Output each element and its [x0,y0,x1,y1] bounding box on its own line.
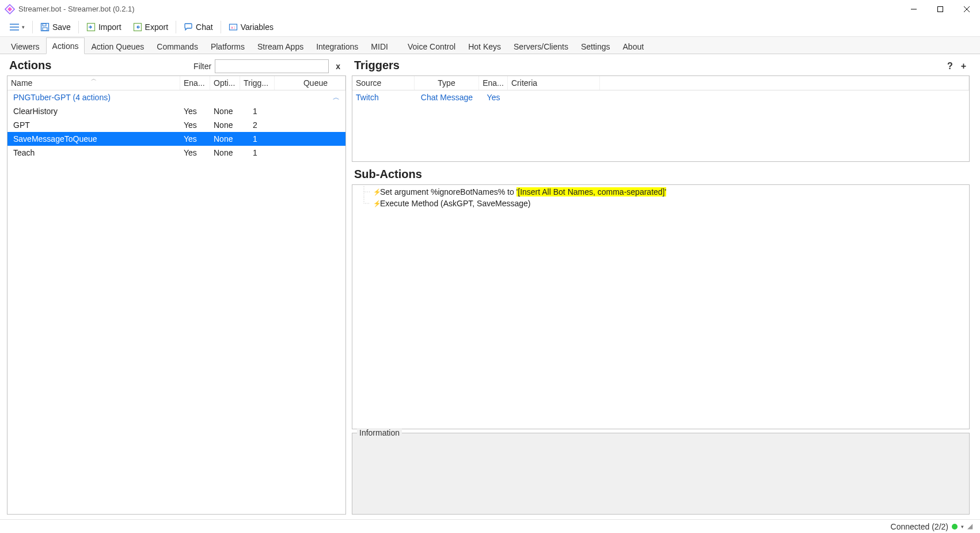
import-button[interactable]: Import [81,20,127,34]
toolbar-separator [32,21,33,33]
triggers-header: Triggers ? + [352,56,970,75]
save-label: Save [52,22,71,32]
menu-icon [10,22,19,32]
svg-marker-1 [7,7,12,12]
col-options[interactable]: Opti... [210,76,240,90]
variables-label: Variables [241,22,274,32]
col-name[interactable]: ︿Name [7,76,180,90]
save-button[interactable]: Save [35,20,76,34]
chat-icon [184,22,193,32]
triggers-listview[interactable]: Source Type Ena... Criteria TwitchChat M… [352,75,970,162]
status-indicator-icon [952,524,958,530]
app-window: Streamer.bot - Streamer.bot (0.2.1) ▾ [0,0,980,533]
variables-icon: x: [229,22,238,32]
bolt-icon: ⚡ [373,186,379,198]
col-type[interactable]: Type [415,76,479,90]
svg-text:x:: x: [231,25,235,30]
app-icon [5,4,15,14]
status-bar: Connected (2/2) ▾ ◢ [0,519,980,533]
tree-connector-icon [356,186,372,198]
subaction-text: Set argument %ignoreBotNames% to '[Inser… [380,186,666,198]
close-button[interactable] [954,0,980,18]
main-tabs: ViewersActionsAction QueuesCommandsPlatf… [0,37,980,54]
col-queue[interactable]: Queue [275,76,345,90]
titlebar: Streamer.bot - Streamer.bot (0.2.1) [0,0,980,18]
actions-group[interactable]: PNGTuber-GPT (4 actions) ︿ [7,90,345,104]
actions-header: Actions Filter x [7,56,346,75]
variables-button[interactable]: x: Variables [223,20,279,34]
tab-voice-control[interactable]: Voice Control [401,38,462,54]
toolbar: ▾ Save Import Export Chat [0,18,980,37]
action-row[interactable]: TeachYesNone1 [7,146,345,160]
help-button[interactable]: ? [947,61,953,71]
collapse-icon[interactable]: ︿ [333,93,340,103]
actions-filter: Filter x [193,59,346,73]
save-icon [40,22,50,32]
svg-rect-3 [938,6,943,12]
subactions-title: Sub-Actions [352,162,970,184]
col-triggers[interactable]: Trigg... [240,76,275,90]
sort-asc-icon: ︿ [91,76,97,83]
maximize-button[interactable] [927,0,954,18]
tree-connector-icon [356,198,372,209]
chat-button[interactable]: Chat [178,20,218,34]
tab-settings[interactable]: Settings [575,38,617,54]
tab-platforms[interactable]: Platforms [204,38,251,54]
svg-rect-11 [43,28,47,31]
actions-columns-header[interactable]: ︿Name Ena... Opti... Trigg... Queue [7,76,345,90]
tab-actions[interactable]: Actions [46,37,85,54]
tab-servers-clients[interactable]: Servers/Clients [507,38,575,54]
information-label: Information [357,428,402,437]
tab-integrations[interactable]: Integrations [310,38,364,54]
triggers-header-controls: ? + [947,61,970,71]
add-trigger-button[interactable]: + [961,61,966,71]
triggers-title: Triggers [352,56,402,75]
tab-hot-keys[interactable]: Hot Keys [462,38,507,54]
action-row[interactable]: SaveMessageToQueueYesNone1 [7,132,345,146]
main-body: Actions Filter x ︿Name Ena... Opti... Tr… [0,54,980,519]
hamburger-menu[interactable]: ▾ [5,20,30,34]
toolbar-separator [176,21,176,33]
trigger-row[interactable]: TwitchChat MessageYes [352,90,969,104]
tab-viewers[interactable]: Viewers [5,38,46,54]
actions-pane: Actions Filter x ︿Name Ena... Opti... Tr… [0,54,347,519]
actions-listview[interactable]: ︿Name Ena... Opti... Trigg... Queue PNGT… [7,75,346,515]
svg-rect-9 [41,24,49,31]
toolbar-separator [78,21,79,33]
filter-clear-button[interactable]: x [332,62,344,71]
triggers-columns-header[interactable]: Source Type Ena... Criteria [352,76,969,90]
tab-midi[interactable]: MIDI [364,38,394,54]
window-controls [901,0,980,18]
triggers-list-body: TwitchChat MessageYes [352,90,969,161]
window-title: Streamer.bot - Streamer.bot (0.2.1) [18,5,901,13]
right-pane: Triggers ? + Source Type Ena... Criteria… [347,54,980,519]
subaction-row[interactable]: ⚡Set argument %ignoreBotNames% to '[Inse… [355,186,967,198]
tab-action-queues[interactable]: Action Queues [85,38,150,54]
actions-title: Actions [7,56,54,75]
subaction-row[interactable]: ⚡Execute Method (AskGPT, SaveMessage) [355,198,967,209]
export-label: Export [145,22,168,32]
export-icon [133,22,142,32]
col-source[interactable]: Source [352,76,415,90]
toolbar-separator [221,21,221,33]
tab-stream-apps[interactable]: Stream Apps [251,38,310,54]
minimize-button[interactable] [901,0,927,18]
information-box: Information [352,433,970,515]
subactions-listview[interactable]: ⚡Set argument %ignoreBotNames% to '[Inse… [352,184,970,429]
export-button[interactable]: Export [128,20,173,34]
tab-about[interactable]: About [617,38,651,54]
import-icon [86,22,96,32]
col-criteria[interactable]: Criteria [508,76,600,90]
col-enabled[interactable]: Ena... [180,76,210,90]
resize-grip-icon[interactable]: ◢ [967,523,975,531]
col-enabled[interactable]: Ena... [479,76,508,90]
import-label: Import [98,22,121,32]
subaction-text: Execute Method (AskGPT, SaveMessage) [380,198,530,209]
action-row[interactable]: GPTYesNone2 [7,118,345,132]
chat-label: Chat [196,22,213,32]
connection-status: Connected (2/2) [891,522,948,531]
action-row[interactable]: ClearHistoryYesNone1 [7,104,345,118]
tab-commands[interactable]: Commands [150,38,204,54]
filter-input[interactable] [215,59,329,73]
actions-list-body: PNGTuber-GPT (4 actions) ︿ ClearHistoryY… [7,90,345,514]
